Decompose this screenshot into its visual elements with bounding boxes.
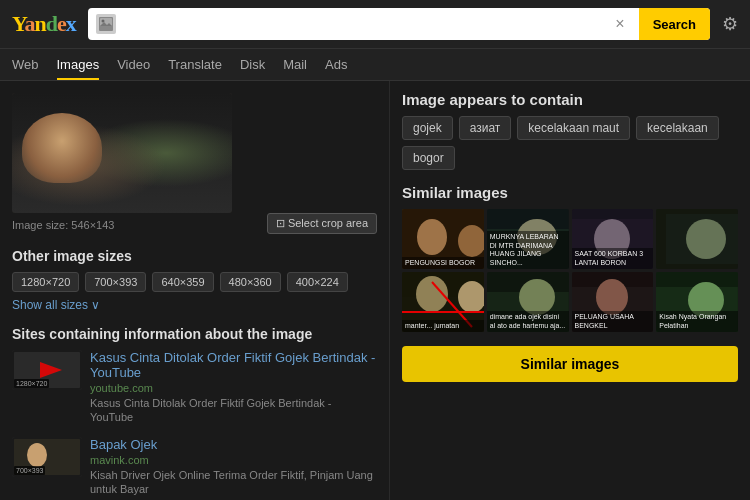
- site-info-1: Bapak Ojek mavink.com Kisah Driver Ojek …: [90, 437, 377, 497]
- sim-img-3[interactable]: [656, 209, 738, 269]
- svg-rect-5: [12, 93, 232, 173]
- svg-point-39: [458, 281, 484, 313]
- tags-row: gojek азиат kecelakaan maut kecelakaan b…: [402, 116, 738, 170]
- svg-point-38: [416, 276, 448, 312]
- svg-point-9: [114, 123, 170, 183]
- svg-rect-6: [12, 173, 232, 213]
- size-400[interactable]: 400×224: [287, 272, 348, 292]
- search-button[interactable]: Search: [639, 8, 710, 40]
- show-all-sizes-link[interactable]: Show all sizes ∨: [12, 298, 377, 312]
- svg-point-26: [458, 225, 484, 257]
- sim-img-0[interactable]: PENGUNGSI BOGOR: [402, 209, 484, 269]
- svg-rect-13: [102, 103, 106, 183]
- sim-img-7-text: Kisah Nyata Orangan Pelatihan: [656, 311, 738, 332]
- site-result-1: Bapak Ojek mavink.com Kisah Driver Ojek …: [12, 437, 377, 497]
- size-1280[interactable]: 1280×720: [12, 272, 79, 292]
- svg-rect-12: [192, 143, 232, 183]
- sizes-grid: 1280×720 700×393 640×359 480×360 400×224: [12, 272, 377, 292]
- similar-images-grid: PENGUNGSI BOGOR MURKNYA LEBARAN DI MTR D…: [402, 209, 738, 332]
- search-bar-inner: Uploaded image ×: [88, 14, 639, 34]
- site-title-0[interactable]: Kasus Cinta Ditolak Order Fiktif Gojek B…: [90, 350, 377, 380]
- sim-img-7[interactable]: Kisah Nyata Orangan Pelatihan: [656, 272, 738, 332]
- sim-img-6[interactable]: PELUANG USAHA BENGKEL: [572, 272, 654, 332]
- svg-point-35: [686, 219, 726, 259]
- main-content: Image size: 546×143 ⊡ Select crop area O…: [0, 81, 750, 500]
- header: Yandex Uploaded image × Search ⚙: [0, 0, 750, 49]
- sim-img-0-text: PENGUNGSI BOGOR: [402, 257, 484, 269]
- svg-point-44: [519, 279, 555, 315]
- image-size-text: Image size: 546×143: [12, 219, 114, 231]
- settings-icon[interactable]: ⚙: [722, 13, 738, 35]
- sim-img-4-text: manter... jumatan: [402, 320, 484, 332]
- nav-item-video[interactable]: Video: [117, 53, 150, 80]
- size-480[interactable]: 480×360: [220, 272, 281, 292]
- svg-point-10: [126, 110, 158, 146]
- size-700[interactable]: 700×393: [85, 272, 146, 292]
- site-domain-1: mavink.com: [90, 454, 377, 466]
- search-bar[interactable]: Uploaded image × Search: [88, 8, 710, 40]
- search-input[interactable]: Uploaded image: [122, 17, 604, 32]
- sim-img-4[interactable]: manter... jumatan: [402, 272, 484, 332]
- sim-img-1-text: MURKNYA LEBARAN DI MTR DARIMANA HUANG JI…: [487, 231, 569, 269]
- similar-title: Similar images: [402, 184, 738, 201]
- sites-title: Sites containing information about the i…: [12, 326, 377, 342]
- svg-point-19: [27, 443, 47, 467]
- similar-images-button[interactable]: Similar images: [402, 346, 738, 382]
- sim-img-5-text: dimane ada ojek disini al ato ade hartem…: [487, 311, 569, 332]
- tag-aziat[interactable]: азиат: [459, 116, 512, 140]
- nav-bar: Web Images Video Translate Disk Mail Ads: [0, 49, 750, 81]
- nav-item-mail[interactable]: Mail: [283, 53, 307, 80]
- tag-kecelakaan-maut[interactable]: kecelakaan maut: [517, 116, 630, 140]
- site-desc-1: Kisah Driver Ojek Online Terima Order Fi…: [90, 468, 377, 497]
- tag-kecelakaan[interactable]: kecelakaan: [636, 116, 719, 140]
- svg-rect-4: [12, 93, 232, 213]
- clear-search-button[interactable]: ×: [609, 15, 630, 33]
- svg-rect-11: [12, 153, 52, 183]
- tag-bogor[interactable]: bogor: [402, 146, 455, 170]
- site-domain-0: youtube.com: [90, 382, 377, 394]
- svg-point-2: [101, 20, 104, 23]
- site-thumb-1: [12, 437, 82, 477]
- uploaded-image-icon: [96, 14, 116, 34]
- sim-img-2-text: SAAT 600 KORBAN 3 LANTAI BORON: [572, 248, 654, 269]
- site-thumb-0: [12, 350, 82, 390]
- nav-item-translate[interactable]: Translate: [168, 53, 222, 80]
- logo: Yandex: [12, 11, 76, 37]
- nav-item-web[interactable]: Web: [12, 53, 39, 80]
- site-title-1[interactable]: Bapak Ojek: [90, 437, 377, 452]
- tag-gojek[interactable]: gojek: [402, 116, 453, 140]
- appears-title: Image appears to contain: [402, 91, 738, 108]
- select-crop-button[interactable]: ⊡ Select crop area: [267, 213, 377, 234]
- svg-point-7: [45, 123, 89, 173]
- site-result-0: Kasus Cinta Ditolak Order Fiktif Gojek B…: [12, 350, 377, 425]
- svg-rect-34: [666, 214, 738, 264]
- sim-img-5[interactable]: dimane ada ojek disini al ato ade hartem…: [487, 272, 569, 332]
- sim-img-6-text: PELUANG USAHA BENGKEL: [572, 311, 654, 332]
- svg-rect-18: [14, 439, 80, 475]
- right-panel: Image appears to contain gojek азиат kec…: [390, 81, 750, 500]
- crop-row: Image size: 546×143 ⊡ Select crop area: [12, 217, 377, 234]
- site-info-0: Kasus Cinta Ditolak Order Fiktif Gojek B…: [90, 350, 377, 425]
- preview-image: [12, 93, 232, 213]
- other-sizes-title: Other image sizes: [12, 248, 377, 264]
- svg-point-25: [417, 219, 447, 255]
- sim-img-1[interactable]: MURKNYA LEBARAN DI MTR DARIMANA HUANG JI…: [487, 209, 569, 269]
- logo-y: Y: [12, 11, 24, 36]
- left-panel: Image size: 546×143 ⊡ Select crop area O…: [0, 81, 390, 500]
- svg-rect-33: [656, 209, 738, 269]
- sim-img-2[interactable]: SAAT 600 KORBAN 3 LANTAI BORON: [572, 209, 654, 269]
- size-640[interactable]: 640×359: [152, 272, 213, 292]
- site-desc-0: Kasus Cinta Ditolak Order Fiktif Gojek B…: [90, 396, 377, 425]
- nav-item-disk[interactable]: Disk: [240, 53, 265, 80]
- svg-point-8: [53, 112, 81, 144]
- svg-point-47: [596, 279, 628, 315]
- nav-item-ads[interactable]: Ads: [325, 53, 347, 80]
- nav-item-images[interactable]: Images: [57, 53, 100, 80]
